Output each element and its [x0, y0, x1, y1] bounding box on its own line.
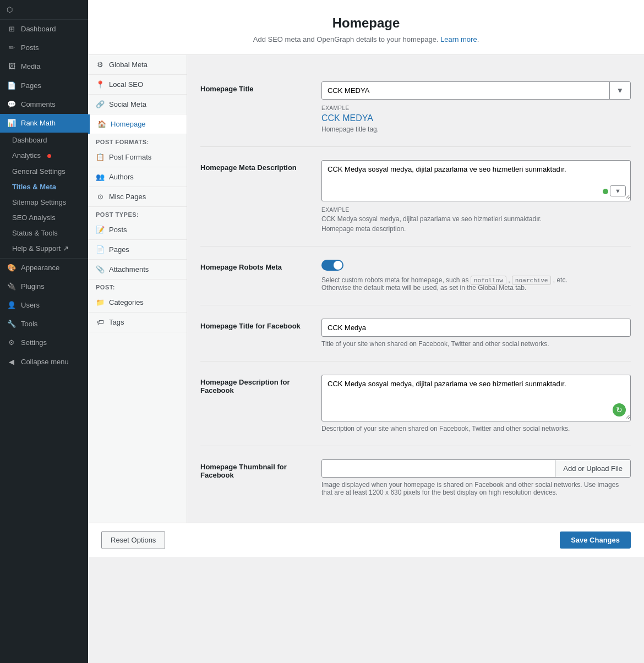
sidebar-item-posts[interactable]: ✏ Posts: [0, 39, 88, 57]
field-fb-description: CCK Medya sosyal medya, dijital pazarlam…: [321, 375, 631, 432]
homepage-title-dropdown-btn[interactable]: ▼: [609, 82, 630, 99]
sidebar-item-plugins[interactable]: 🔌 Plugins: [0, 277, 88, 296]
sidebar-sub-seo[interactable]: SEO Analysis: [6, 210, 88, 226]
main-content: Homepage Add SEO meta and OpenGraph deta…: [88, 0, 644, 663]
form-row-fb-description: Homepage Description for Facebook CCK Me…: [200, 361, 631, 446]
rank-math-icon: 📊: [7, 118, 17, 128]
sidebar-item-users[interactable]: 👤 Users: [0, 296, 88, 315]
misc-pages-icon: ⊙: [96, 193, 105, 201]
sidebar-label-users: Users: [21, 300, 40, 310]
content-area: ⚙ Global Meta 📍 Local SEO 🔗 Social Meta …: [88, 55, 644, 523]
sidebar-sub-dashboard[interactable]: Dashboard: [6, 133, 88, 148]
sidebar-sub-titles[interactable]: Titles & Meta: [6, 179, 88, 195]
posts-type-icon: 📝: [96, 226, 105, 234]
posts-icon: ✏: [7, 43, 17, 53]
sidebar-label-dashboard: Dashboard: [21, 24, 56, 34]
sidebar-item-rank-math[interactable]: 📊 Rank Math: [0, 114, 88, 133]
nav-item-authors[interactable]: 👥 Authors: [88, 167, 187, 187]
sidebar-sub-sitemap[interactable]: Sitemap Settings: [6, 195, 88, 210]
nav-item-homepage[interactable]: 🏠 Homepage: [88, 114, 187, 134]
global-meta-icon: ⚙: [96, 61, 105, 69]
hint-fb-thumbnail: Image displayed when your homepage is sh…: [321, 481, 631, 496]
form-row-robots-meta: Homepage Robots Meta Select custom robot…: [200, 246, 631, 305]
nav-item-categories[interactable]: 📁 Categories: [88, 293, 187, 313]
learn-more-link[interactable]: Learn more: [440, 35, 477, 43]
sidebar-item-media[interactable]: 🖼 Media: [0, 57, 88, 76]
example-label-title: EXAMPLE: [321, 105, 631, 111]
field-robots-meta: Select custom robots meta for homepage, …: [321, 260, 631, 292]
reset-options-button[interactable]: Reset Options: [101, 531, 165, 549]
sidebar-item-appearance[interactable]: 🎨 Appearance: [0, 259, 88, 277]
sidebar: ⬡ ⊞ Dashboard ✏ Posts 🖼 Media 📄 Pages 💬 …: [0, 0, 88, 663]
label-fb-thumbnail: Homepage Thumbnail for Facebook: [200, 459, 310, 479]
sidebar-item-collapse[interactable]: ◀ Collapse menu: [0, 353, 88, 371]
sub-general-label: General Settings: [12, 167, 66, 177]
media-icon: 🖼: [7, 62, 17, 72]
settings-icon: ⚙: [7, 338, 17, 348]
form-row-meta-description: Homepage Meta Description CCK Medya sosy…: [200, 147, 631, 246]
sub-titles-label: Titles & Meta: [12, 182, 56, 192]
field-meta-description: CCK Medya sosyal medya, dijital pazarlam…: [321, 160, 631, 233]
sidebar-item-settings[interactable]: ⚙ Settings: [0, 333, 88, 352]
sub-analytics-label: Analytics: [12, 151, 41, 161]
fb-description-refresh-btn[interactable]: ↻: [613, 403, 626, 417]
nav-item-posts-type[interactable]: 📝 Posts: [88, 220, 187, 240]
homepage-title-input[interactable]: [322, 82, 609, 99]
sidebar-label-tools: Tools: [21, 319, 37, 329]
users-icon: 👤: [7, 300, 17, 310]
field-fb-thumbnail: Add or Upload File Image displayed when …: [321, 459, 631, 496]
sidebar-label-pages: Pages: [21, 81, 41, 91]
fb-title-input[interactable]: [321, 319, 631, 337]
dashboard-icon: ⊞: [7, 24, 17, 34]
nav-item-social-meta[interactable]: 🔗 Social Meta: [88, 95, 187, 114]
thumbnail-url-input[interactable]: [322, 460, 555, 477]
left-nav: ⚙ Global Meta 📍 Local SEO 🔗 Social Meta …: [88, 55, 187, 523]
local-seo-icon: 📍: [96, 80, 105, 89]
nav-item-local-seo[interactable]: 📍 Local SEO: [88, 75, 187, 95]
appearance-icon: 🎨: [7, 263, 17, 273]
nav-item-pages-type[interactable]: 📄 Pages: [88, 240, 187, 260]
section-label-post-formats: Post Formats:: [88, 134, 187, 147]
sub-help-label: Help & Support ↗: [12, 244, 69, 254]
robots-meta-toggle[interactable]: [321, 260, 343, 271]
meta-description-expand-btn[interactable]: ▼: [610, 185, 626, 196]
rank-math-submenu: Dashboard Analytics General Settings Tit…: [0, 133, 88, 257]
sidebar-section-appearance: 🎨 Appearance 🔌 Plugins 👤 Users 🔧 Tools ⚙…: [0, 258, 88, 371]
hint-homepage-title: Homepage title tag.: [321, 125, 631, 133]
hint-fb-title: Title of your site when shared on Facebo…: [321, 340, 631, 348]
nav-item-post-formats[interactable]: 📋 Post Formats: [88, 147, 187, 167]
sub-dashboard-label: Dashboard: [12, 135, 47, 145]
fb-description-textarea[interactable]: CCK Medya sosyal medya, dijital pazarlam…: [322, 375, 630, 419]
nav-item-tags[interactable]: 🏷 Tags: [88, 313, 187, 332]
tags-icon: 🏷: [96, 318, 105, 326]
sidebar-item-comments[interactable]: 💬 Comments: [0, 95, 88, 114]
upload-file-btn[interactable]: Add or Upload File: [555, 460, 630, 477]
nav-item-misc-pages[interactable]: ⊙ Misc Pages: [88, 187, 187, 207]
robots-toggle-wrap: [321, 260, 631, 271]
sub-sitemap-label: Sitemap Settings: [12, 198, 66, 207]
tools-icon: 🔧: [7, 319, 17, 329]
sidebar-sub-general[interactable]: General Settings: [6, 164, 88, 179]
sidebar-item-dashboard[interactable]: ⊞ Dashboard: [0, 20, 88, 39]
sidebar-item-pages[interactable]: 📄 Pages: [0, 76, 88, 95]
sidebar-label-collapse: Collapse menu: [21, 357, 69, 367]
sidebar-sub-status[interactable]: Status & Tools: [6, 226, 88, 241]
sidebar-item-tools[interactable]: 🔧 Tools: [0, 315, 88, 333]
meta-description-textarea[interactable]: CCK Medya sosyal medya, dijital pazarlam…: [322, 161, 630, 199]
categories-icon: 📁: [96, 298, 105, 306]
label-fb-title: Homepage Title for Facebook: [200, 319, 310, 330]
nav-item-attachments[interactable]: 📎 Attachments: [88, 260, 187, 280]
save-changes-button[interactable]: Save Changes: [560, 532, 631, 549]
example-value-desc: CCK Medya sosyal medya, dijital pazarlam…: [321, 215, 631, 223]
pages-icon: 📄: [7, 81, 17, 91]
field-homepage-title: ▼ EXAMPLE CCK MEDYA Homepage title tag.: [321, 81, 631, 133]
sidebar-brand: ⬡: [0, 0, 88, 20]
form-row-fb-thumbnail: Homepage Thumbnail for Facebook Add or U…: [200, 446, 631, 509]
sidebar-sub-help[interactable]: Help & Support ↗: [6, 241, 88, 256]
robots-meta-hint: Select custom robots meta for homepage, …: [321, 276, 631, 292]
sidebar-label-settings: Settings: [21, 338, 47, 348]
nav-item-global-meta[interactable]: ⚙ Global Meta: [88, 55, 187, 75]
collapse-icon: ◀: [7, 357, 17, 367]
example-value-title: CCK MEDYA: [321, 113, 631, 123]
sidebar-sub-analytics[interactable]: Analytics: [6, 148, 88, 163]
